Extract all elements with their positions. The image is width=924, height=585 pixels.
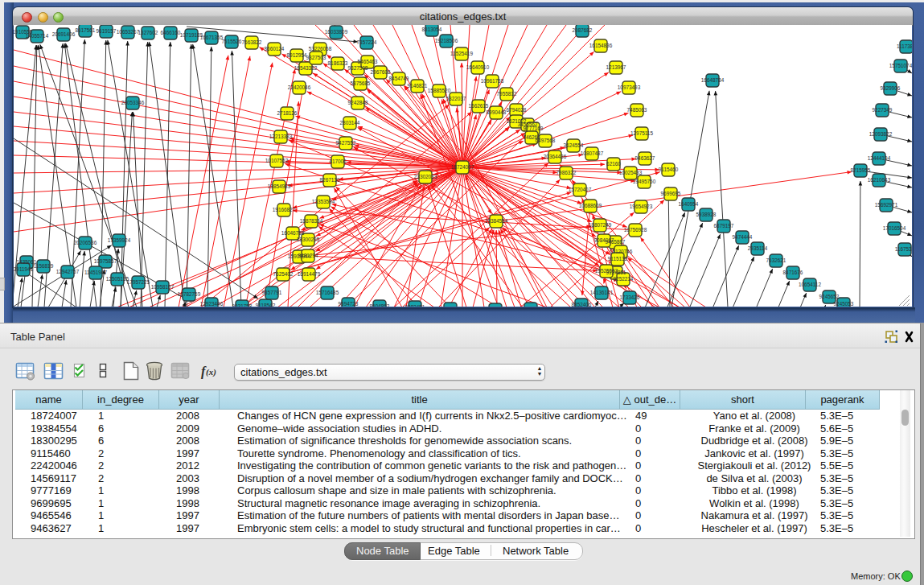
svg-text:9118507: 9118507 <box>441 306 461 307</box>
svg-text:9327508: 9327508 <box>348 65 368 71</box>
svg-text:14055714: 14055714 <box>26 33 49 39</box>
svg-text:8454749: 8454749 <box>389 76 409 81</box>
svg-text:10688609: 10688609 <box>579 203 602 208</box>
svg-text:20364436: 20364436 <box>544 154 567 159</box>
svg-text:18878334: 18878334 <box>300 218 323 224</box>
svg-text:9481294: 9481294 <box>298 253 318 258</box>
svg-text:8852406: 8852406 <box>572 302 592 307</box>
svg-text:19525563: 19525563 <box>595 268 618 274</box>
svg-text:10654112: 10654112 <box>799 282 821 287</box>
svg-text:9594723: 9594723 <box>339 301 359 307</box>
svg-text:18300295: 18300295 <box>297 237 320 242</box>
svg-text:1117382: 1117382 <box>897 43 912 49</box>
svg-text:5875685: 5875685 <box>351 80 371 86</box>
svg-text:1562615: 1562615 <box>469 103 489 109</box>
svg-text:3911941: 3911941 <box>14 266 34 272</box>
svg-text:2718126: 2718126 <box>277 110 298 116</box>
svg-text:7663822: 7663822 <box>242 39 262 45</box>
svg-text:9227349: 9227349 <box>873 107 893 113</box>
svg-text:17359924: 17359924 <box>108 237 131 243</box>
svg-text:19495750: 19495750 <box>633 179 656 184</box>
svg-text:10961758: 10961758 <box>481 78 504 84</box>
svg-text:9699695: 9699695 <box>661 191 681 196</box>
svg-text:7986322: 7986322 <box>556 170 577 175</box>
svg-text:16648784: 16648784 <box>701 77 725 83</box>
svg-text:17016504: 17016504 <box>883 225 906 231</box>
svg-text:12505135: 12505135 <box>106 276 129 282</box>
svg-text:1733426: 1733426 <box>620 295 640 300</box>
svg-text:7955812: 7955812 <box>497 91 517 97</box>
svg-text:18807249: 18807249 <box>589 222 612 228</box>
svg-text:7625402: 7625402 <box>273 271 294 277</box>
svg-text:18724007: 18724007 <box>451 164 474 170</box>
svg-text:19218506: 19218506 <box>435 38 458 43</box>
svg-text:16154836: 16154836 <box>589 43 613 48</box>
svg-text:19654923: 19654923 <box>630 204 653 209</box>
svg-text:9327503: 9327503 <box>306 55 326 60</box>
svg-text:8186323: 8186323 <box>328 60 348 66</box>
svg-text:10807487: 10807487 <box>581 150 604 156</box>
svg-text:8471676: 8471676 <box>783 270 803 275</box>
svg-text:8215955: 8215955 <box>851 167 871 173</box>
svg-text:17957225: 17957225 <box>127 279 150 285</box>
svg-text:6794028: 6794028 <box>507 107 527 113</box>
svg-text:16671355: 16671355 <box>200 35 224 40</box>
svg-text:16543382: 16543382 <box>294 65 318 71</box>
svg-text:2087682: 2087682 <box>573 27 593 33</box>
svg-text:14136141: 14136141 <box>590 290 614 295</box>
svg-text:3624554: 3624554 <box>564 142 584 148</box>
svg-text:9242848: 9242848 <box>348 100 368 105</box>
svg-text:9245652: 9245652 <box>819 294 840 299</box>
svg-text:15716485: 15716485 <box>316 290 339 295</box>
svg-text:10107552: 10107552 <box>265 158 289 163</box>
svg-text:2935114: 2935114 <box>748 245 768 251</box>
svg-text:53226058: 53226058 <box>309 46 332 51</box>
svg-text:(x): (x) <box>206 367 216 377</box>
svg-text:8912954: 8912954 <box>287 52 307 58</box>
svg-text:8604862: 8604862 <box>370 303 390 307</box>
svg-text:7357224: 7357224 <box>357 39 377 45</box>
svg-text:9777169: 9777169 <box>524 126 544 131</box>
svg-text:20206536: 20206536 <box>74 240 97 245</box>
svg-text:10975857: 10975857 <box>94 258 117 264</box>
svg-text:19384554: 19384554 <box>485 218 508 224</box>
svg-text:23302033: 23302033 <box>414 174 437 179</box>
svg-text:19166827: 19166827 <box>273 207 296 212</box>
svg-text:9252214: 9252214 <box>614 276 634 282</box>
svg-text:6466160: 6466160 <box>161 30 181 35</box>
svg-text:6497568: 6497568 <box>536 138 556 143</box>
svg-text:9084067: 9084067 <box>594 237 614 243</box>
svg-text:5322037: 5322037 <box>446 96 466 101</box>
svg-text:22420046: 22420046 <box>288 84 311 90</box>
svg-text:16914479: 16914479 <box>298 271 321 277</box>
svg-text:12213383: 12213383 <box>269 134 293 139</box>
svg-text:15720407: 15720407 <box>569 187 592 192</box>
svg-text:417006: 417006 <box>329 159 347 164</box>
svg-text:1213967: 1213967 <box>606 64 626 70</box>
svg-text:16033809: 16033809 <box>325 29 348 35</box>
svg-text:11451947: 11451947 <box>84 270 107 275</box>
svg-text:9857791: 9857791 <box>262 290 282 295</box>
svg-text:5465463: 5465463 <box>358 59 378 64</box>
svg-text:2967608: 2967608 <box>371 69 391 75</box>
svg-text:16640910: 16640910 <box>466 64 490 70</box>
svg-text:16210643: 16210643 <box>868 177 891 183</box>
svg-text:9619157: 9619157 <box>97 28 117 34</box>
svg-text:8660124: 8660124 <box>265 46 285 51</box>
svg-text:9463627: 9463627 <box>635 155 655 161</box>
svg-text:1156819: 1156819 <box>34 263 54 269</box>
svg-text:16046788: 16046788 <box>281 230 305 236</box>
svg-text:8471283: 8471283 <box>521 306 541 307</box>
svg-text:9427552: 9427552 <box>336 140 356 146</box>
svg-text:9382451: 9382451 <box>405 304 425 307</box>
svg-text:20691406: 20691406 <box>52 31 76 37</box>
svg-text:12093822: 12093822 <box>869 131 893 137</box>
svg-text:9245053: 9245053 <box>834 301 854 307</box>
svg-text:15692971: 15692971 <box>875 202 898 208</box>
svg-text:1167533: 1167533 <box>895 246 912 252</box>
svg-text:15751074: 15751074 <box>889 63 912 68</box>
svg-text:8267130: 8267130 <box>320 177 340 183</box>
svg-text:12975115: 12975115 <box>630 130 653 136</box>
svg-text:9474444: 9474444 <box>733 234 753 240</box>
svg-text:7485063: 7485063 <box>627 107 647 113</box>
